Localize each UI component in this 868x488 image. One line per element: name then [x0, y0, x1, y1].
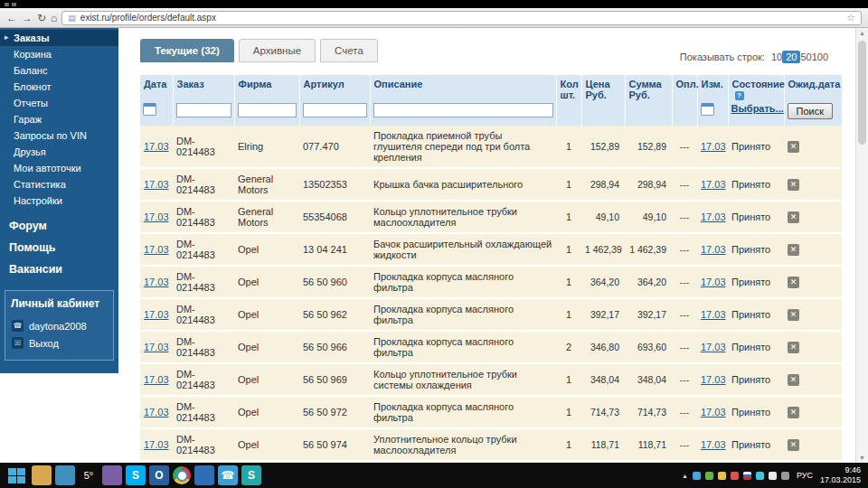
mod-filter-calendar-icon[interactable] — [701, 103, 714, 116]
tray-red-icon[interactable] — [731, 472, 739, 480]
modified-date-link[interactable]: 17.03 — [701, 141, 726, 152]
column-header[interactable]: Описание — [370, 75, 556, 101]
column-header[interactable]: Сумма Руб. — [625, 75, 672, 101]
window-tab-icon[interactable] — [12, 3, 16, 6]
skype-business-icon[interactable]: S — [241, 465, 261, 485]
order-date-link[interactable]: 17.03 — [144, 309, 169, 320]
start-button[interactable] — [5, 465, 28, 485]
forward-icon[interactable]: → — [22, 12, 33, 24]
modified-date-link[interactable]: 17.03 — [701, 374, 726, 385]
order-date-link[interactable]: 17.03 — [144, 179, 169, 190]
sidebar-item[interactable]: Настройки — [0, 192, 118, 209]
column-header[interactable]: Дата — [140, 75, 173, 101]
clock[interactable]: 9:46 17.03.2015 — [820, 465, 861, 486]
tab[interactable]: Счета — [320, 39, 378, 62]
window-tab-icon[interactable] — [5, 3, 9, 6]
purple-app-icon[interactable] — [102, 465, 122, 485]
phone-app-icon[interactable]: ☎ — [218, 465, 238, 485]
sidebar-item[interactable]: Друзья — [0, 144, 118, 160]
scroll-up-icon[interactable]: ▲ — [856, 30, 868, 36]
skype-icon[interactable]: S — [126, 465, 146, 485]
tray-white-icon[interactable] — [769, 472, 777, 480]
modified-date-link[interactable]: 17.03 — [701, 309, 726, 320]
show-hidden-icon[interactable]: ▲ — [682, 472, 688, 480]
tray-blue-icon[interactable] — [693, 472, 701, 480]
sidebar-item[interactable]: Баланс — [0, 62, 118, 79]
column-header[interactable]: Ожид.дата — [784, 75, 842, 101]
delete-order-icon[interactable]: ✕ — [788, 439, 799, 451]
order-date-link[interactable]: 17.03 — [144, 342, 169, 352]
order-date-link[interactable]: 17.03 — [144, 407, 169, 418]
column-header[interactable]: Цена Руб. — [581, 75, 625, 101]
firm-filter-input[interactable] — [238, 103, 297, 117]
order-date-link[interactable]: 17.03 — [144, 244, 169, 255]
status-select-link[interactable]: Выбрать... — [731, 103, 784, 114]
column-header[interactable]: Заказ — [173, 75, 234, 101]
sidebar-section-link[interactable]: Вакансии — [0, 258, 118, 279]
tray-gray-icon[interactable] — [781, 472, 789, 480]
sidebar-item[interactable]: Заказы — [0, 30, 118, 46]
delete-order-icon[interactable]: ✕ — [788, 374, 799, 386]
outlook-icon[interactable]: O — [149, 465, 169, 485]
order-date-link[interactable]: 17.03 — [144, 211, 169, 222]
delete-order-icon[interactable]: ✕ — [788, 309, 799, 321]
modified-date-link[interactable]: 17.03 — [701, 244, 726, 255]
delete-order-icon[interactable]: ✕ — [788, 277, 799, 288]
delete-order-icon[interactable]: ✕ — [788, 179, 799, 191]
sidebar-item[interactable]: Запросы по VIN — [0, 127, 118, 144]
description-filter-input[interactable] — [373, 103, 553, 117]
back-icon[interactable]: ← — [6, 12, 17, 24]
sidebar-section-link[interactable]: Помощь — [0, 236, 118, 258]
page-size-option[interactable]: 100 — [812, 52, 828, 62]
column-header[interactable]: Опл. — [672, 75, 697, 101]
page-size-option[interactable]: 20 — [782, 51, 800, 63]
sidebar-item[interactable]: Гараж — [0, 111, 118, 127]
search-button[interactable]: Поиск — [788, 103, 833, 119]
column-header[interactable]: Кол шт. — [556, 75, 581, 101]
refresh-icon[interactable]: ↻ — [37, 12, 46, 24]
tray-flag-icon[interactable] — [743, 472, 751, 480]
language-indicator[interactable]: РУС — [797, 471, 813, 480]
logout-link[interactable]: ☒ Выход — [11, 334, 108, 352]
sidebar-item[interactable]: Отчеты — [0, 95, 118, 111]
column-header[interactable]: Изм. — [697, 75, 728, 101]
media-app-icon[interactable] — [55, 465, 75, 485]
vertical-scrollbar[interactable]: ▲ ▼ — [855, 28, 868, 463]
file-explorer-icon[interactable] — [32, 465, 52, 485]
sidebar-item[interactable]: Статистика — [0, 176, 118, 192]
delete-order-icon[interactable]: ✕ — [788, 407, 799, 418]
page-size-option[interactable]: 10 — [771, 52, 782, 62]
delete-order-icon[interactable]: ✕ — [788, 244, 799, 256]
weather-icon[interactable]: 5° — [79, 465, 99, 485]
delete-order-icon[interactable]: ✕ — [788, 141, 799, 153]
tab[interactable]: Текущие (32) — [140, 39, 234, 62]
article-filter-input[interactable] — [303, 103, 367, 117]
modified-date-link[interactable]: 17.03 — [701, 342, 726, 352]
tray-yellow-icon[interactable] — [718, 472, 726, 480]
delete-order-icon[interactable]: ✕ — [788, 211, 799, 223]
exist-app-icon[interactable] — [194, 465, 214, 485]
scroll-down-icon[interactable]: ▼ — [856, 455, 868, 461]
order-date-link[interactable]: 17.03 — [144, 277, 169, 287]
page-size-option[interactable]: 50 — [800, 52, 811, 62]
scrollbar-thumb[interactable] — [858, 41, 866, 145]
sidebar-item[interactable]: Мои автоточки — [0, 160, 118, 176]
sidebar-item[interactable]: Корзина — [0, 46, 118, 62]
order-date-link[interactable]: 17.03 — [144, 141, 169, 152]
modified-date-link[interactable]: 17.03 — [701, 407, 726, 418]
address-bar[interactable]: ▤ exist.ru/profile/orders/default.aspx ☆ — [61, 11, 862, 25]
chrome-icon[interactable] — [173, 466, 191, 484]
column-header[interactable]: Артикул — [299, 75, 370, 101]
order-date-link[interactable]: 17.03 — [144, 439, 169, 450]
tray-green-icon[interactable] — [705, 472, 713, 480]
tab[interactable]: Архивные — [239, 39, 316, 62]
status-info-icon[interactable]: ? — [735, 91, 744, 100]
modified-date-link[interactable]: 17.03 — [701, 179, 726, 190]
column-header[interactable]: Состояние? — [728, 75, 784, 101]
delete-order-icon[interactable]: ✕ — [788, 342, 799, 353]
modified-date-link[interactable]: 17.03 — [701, 439, 726, 450]
home-icon[interactable]: ⌂ — [51, 12, 57, 24]
order-date-link[interactable]: 17.03 — [144, 374, 169, 385]
modified-date-link[interactable]: 17.03 — [701, 277, 726, 287]
bookmark-star-icon[interactable]: ☆ — [846, 12, 855, 23]
